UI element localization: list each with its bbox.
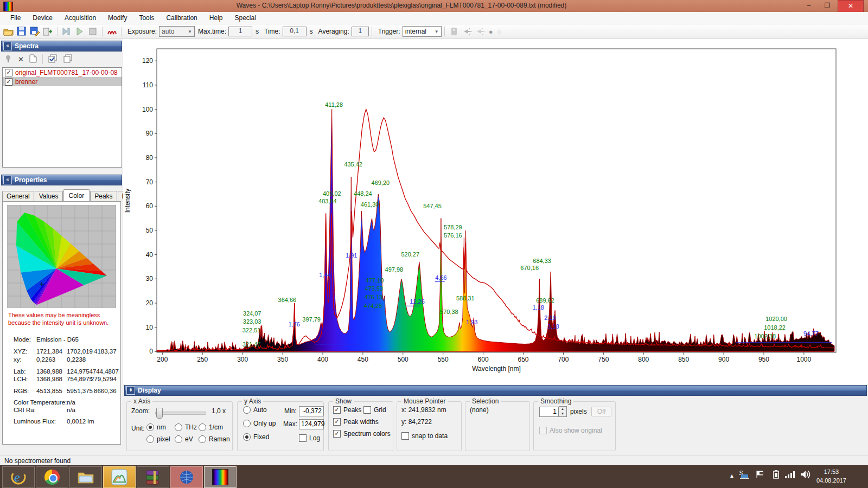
y-min-input[interactable]: -0,372 bbox=[299, 406, 324, 416]
unit-radio-Raman[interactable]: Raman bbox=[199, 435, 230, 443]
spectra-panel-header[interactable]: « Spectra bbox=[1, 41, 122, 52]
show-checkbox-grid[interactable]: Grid bbox=[363, 406, 386, 414]
checkbox-icon[interactable] bbox=[363, 406, 371, 414]
radio-icon[interactable] bbox=[199, 423, 206, 431]
maxtime-input[interactable]: 1 bbox=[228, 27, 252, 36]
checkbox-icon[interactable]: ✓ bbox=[333, 406, 341, 414]
radio-icon[interactable] bbox=[199, 435, 206, 443]
save-icon[interactable] bbox=[16, 27, 27, 36]
radio-icon[interactable] bbox=[146, 423, 154, 431]
smoothing-input[interactable]: 1 bbox=[539, 407, 559, 417]
stop-icon[interactable] bbox=[87, 27, 98, 36]
unit-radio-nm[interactable]: nm bbox=[146, 423, 166, 431]
unit-radio-eV[interactable]: eV bbox=[175, 435, 193, 443]
tab-color[interactable]: Color bbox=[63, 189, 90, 202]
save-as-icon[interactable] bbox=[29, 27, 40, 36]
zoom-slider-thumb[interactable] bbox=[156, 408, 163, 419]
taskbar-explorer-button[interactable] bbox=[69, 466, 102, 488]
tab-peaks[interactable]: Peaks bbox=[90, 191, 117, 201]
radio-icon[interactable] bbox=[175, 435, 182, 443]
time-input[interactable]: 0,1 bbox=[283, 27, 307, 36]
menu-device[interactable]: Device bbox=[27, 13, 59, 23]
yaxis-radio-auto[interactable]: Auto bbox=[243, 406, 267, 414]
unit-radio-pixel[interactable]: pixel bbox=[146, 435, 170, 443]
tray-battery-icon[interactable] bbox=[771, 470, 780, 481]
pin-icon[interactable] bbox=[4, 54, 12, 65]
tab-general[interactable]: General bbox=[2, 191, 34, 201]
radio-icon[interactable] bbox=[175, 423, 182, 431]
title-bar[interactable]: Waves - C:\Users\Laptop Ronny\Pictures\p… bbox=[0, 0, 868, 12]
properties-panel-header[interactable]: « Properties bbox=[1, 175, 122, 185]
spectra-list[interactable]: ✓original_FLMT000781_17-00-00-08✓brenner bbox=[2, 67, 122, 168]
radio-icon[interactable] bbox=[243, 406, 251, 414]
collapse-panel-icon[interactable]: « bbox=[3, 176, 12, 184]
taskbar-clock[interactable]: 17:53 04.08.2017 bbox=[816, 467, 846, 485]
zoom-slider-track[interactable] bbox=[155, 412, 206, 415]
spectrum-visibility-checkbox[interactable]: ✓ bbox=[5, 69, 12, 76]
menu-calibration[interactable]: Calibration bbox=[160, 13, 203, 23]
taskbar-chrome-button[interactable] bbox=[36, 466, 68, 488]
tray-network-signal-icon[interactable] bbox=[784, 470, 796, 481]
spectrum-chart[interactable]: 0102030405060708090100110120200250300350… bbox=[123, 39, 868, 384]
trigger-dropdown[interactable]: internal▼ bbox=[403, 26, 442, 37]
smoothing-off-button[interactable]: Off bbox=[591, 407, 612, 416]
menu-acquisition[interactable]: Acquisition bbox=[59, 13, 102, 23]
tray-action-center-flag-icon[interactable] bbox=[755, 470, 765, 481]
yaxis-radio-fixed[interactable]: Fixed bbox=[243, 433, 269, 441]
collapse-panel-icon[interactable]: « bbox=[3, 42, 12, 50]
skip-to-end-icon[interactable] bbox=[61, 27, 72, 36]
check-all-spectra-icon[interactable] bbox=[48, 54, 58, 65]
taskbar-globe-app-button[interactable] bbox=[170, 466, 203, 488]
snap-to-data-row[interactable]: snap to data bbox=[401, 432, 448, 440]
menu-help[interactable]: Help bbox=[203, 13, 229, 23]
checkbox-icon[interactable]: ✓ bbox=[333, 430, 341, 438]
export-icon[interactable] bbox=[42, 27, 53, 36]
tab-values[interactable]: Values bbox=[35, 191, 63, 201]
menu-tools[interactable]: Tools bbox=[133, 13, 160, 23]
log-checkbox-row[interactable]: Log bbox=[299, 434, 320, 442]
yaxis-radio-only-up[interactable]: Only up bbox=[243, 420, 276, 427]
dark-mode-curves-icon[interactable] bbox=[106, 27, 117, 36]
taskbar-ie-button[interactable]: e bbox=[2, 466, 35, 488]
spectrum-visibility-checkbox[interactable]: ✓ bbox=[5, 78, 12, 86]
averaging-input[interactable]: 1 bbox=[352, 27, 369, 36]
display-panel-header[interactable]: ⇟ Display bbox=[124, 385, 867, 396]
spectrum-list-item[interactable]: ✓original_FLMT000781_17-00-00-08 bbox=[3, 68, 122, 77]
menu-special[interactable]: Special bbox=[228, 13, 261, 23]
radio-icon[interactable] bbox=[146, 435, 154, 443]
menu-file[interactable]: File bbox=[4, 13, 27, 23]
show-checkbox-spectrum-colors[interactable]: ✓Spectrum colors bbox=[333, 430, 391, 438]
tray-synaptics-icon[interactable]: S bbox=[739, 470, 750, 481]
new-document-icon[interactable] bbox=[29, 54, 37, 65]
also-show-original-checkbox[interactable] bbox=[539, 427, 547, 434]
spectrum-list-item[interactable]: ✓brenner bbox=[3, 77, 122, 86]
open-file-icon[interactable] bbox=[3, 27, 14, 36]
unit-radio-1-cm[interactable]: 1/cm bbox=[199, 423, 223, 431]
checkbox-icon[interactable]: ✓ bbox=[333, 418, 341, 426]
y-max-input[interactable]: 124,979 bbox=[299, 419, 324, 429]
smoothing-spinner[interactable]: ▲▼ bbox=[559, 406, 567, 417]
tray-expand-icon[interactable]: ▴ bbox=[730, 472, 733, 479]
play-icon[interactable] bbox=[74, 27, 85, 36]
delete-spectrum-icon[interactable]: ✕ bbox=[18, 55, 24, 63]
show-checkbox-peak-widths[interactable]: ✓Peak widths bbox=[333, 418, 379, 426]
radio-icon[interactable] bbox=[243, 433, 251, 441]
tray-volume-icon[interactable] bbox=[800, 470, 812, 481]
collapse-panel-icon[interactable]: ⇟ bbox=[126, 386, 135, 395]
cie-chromaticity-diagram bbox=[7, 205, 116, 308]
show-checkbox-peaks[interactable]: ✓Peaks bbox=[333, 406, 361, 414]
taskbar-waves-active-button[interactable] bbox=[204, 466, 237, 488]
close-button[interactable]: ✕ bbox=[838, 0, 864, 12]
unit-radio-THz[interactable]: THz bbox=[175, 423, 197, 431]
radio-icon[interactable] bbox=[243, 420, 251, 427]
taskbar-winrar-button[interactable] bbox=[137, 466, 169, 488]
minimize-button[interactable]: – bbox=[800, 0, 818, 11]
exposure-dropdown[interactable]: auto▼ bbox=[159, 26, 195, 37]
menu-modify[interactable]: Modify bbox=[102, 13, 133, 23]
uncheck-all-spectra-icon[interactable] bbox=[63, 54, 73, 65]
property-label: Lab: bbox=[14, 368, 25, 375]
log-checkbox[interactable] bbox=[299, 434, 307, 442]
snap-to-data-checkbox[interactable] bbox=[401, 432, 409, 440]
taskbar-photo-app-button[interactable] bbox=[103, 466, 136, 488]
maximize-button[interactable]: ❐ bbox=[818, 0, 837, 11]
